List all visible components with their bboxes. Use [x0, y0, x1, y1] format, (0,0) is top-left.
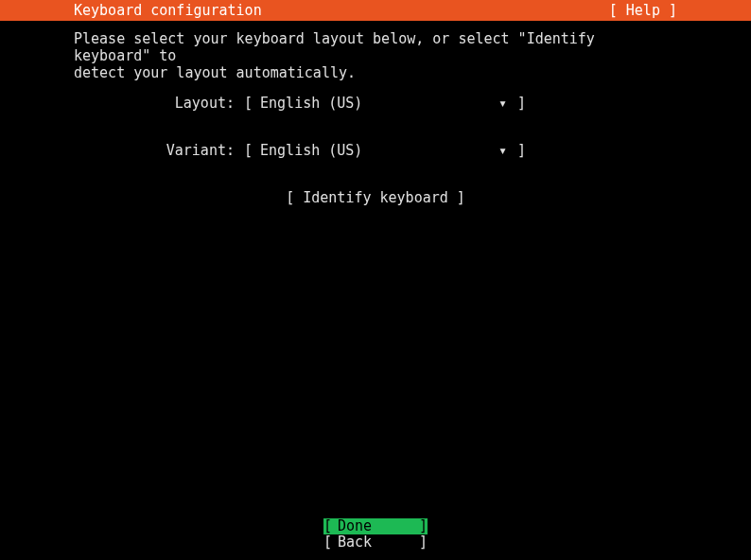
- identify-keyboard-button[interactable]: [ Identify keyboard ]: [74, 189, 677, 206]
- bracket-open: [: [244, 95, 253, 112]
- identify-label: [ Identify keyboard ]: [286, 189, 465, 206]
- layout-select[interactable]: [ English (US) ▾ ]: [244, 95, 526, 112]
- done-label: Done: [332, 518, 406, 534]
- layout-label: Layout:: [74, 95, 244, 112]
- page-title: Keyboard configuration: [74, 0, 262, 21]
- chevron-down-icon: ▾: [498, 95, 517, 112]
- bracket-open: [: [244, 142, 253, 159]
- titlebar: Keyboard configuration [ Help ]: [0, 0, 751, 21]
- footer-buttons: [Done] [Back]: [0, 518, 751, 551]
- instruction-text: Please select your keyboard layout below…: [74, 30, 677, 81]
- bracket-close: ]: [517, 95, 526, 112]
- help-button[interactable]: [ Help ]: [609, 0, 677, 21]
- variant-row: Variant: [ English (US) ▾ ]: [74, 142, 677, 159]
- main-content: Please select your keyboard layout below…: [0, 21, 751, 206]
- bracket-close: ]: [517, 142, 526, 159]
- layout-row: Layout: [ English (US) ▾ ]: [74, 95, 677, 112]
- form-fields: Layout: [ English (US) ▾ ] Variant: [ En…: [74, 95, 677, 206]
- back-button[interactable]: [Back]: [323, 534, 428, 551]
- variant-value: English (US): [253, 142, 498, 159]
- done-button[interactable]: [Done]: [323, 518, 428, 534]
- back-label: Back: [332, 534, 406, 551]
- layout-value: English (US): [253, 95, 498, 112]
- chevron-down-icon: ▾: [498, 142, 517, 159]
- variant-label: Variant:: [74, 142, 244, 159]
- variant-select[interactable]: [ English (US) ▾ ]: [244, 142, 526, 159]
